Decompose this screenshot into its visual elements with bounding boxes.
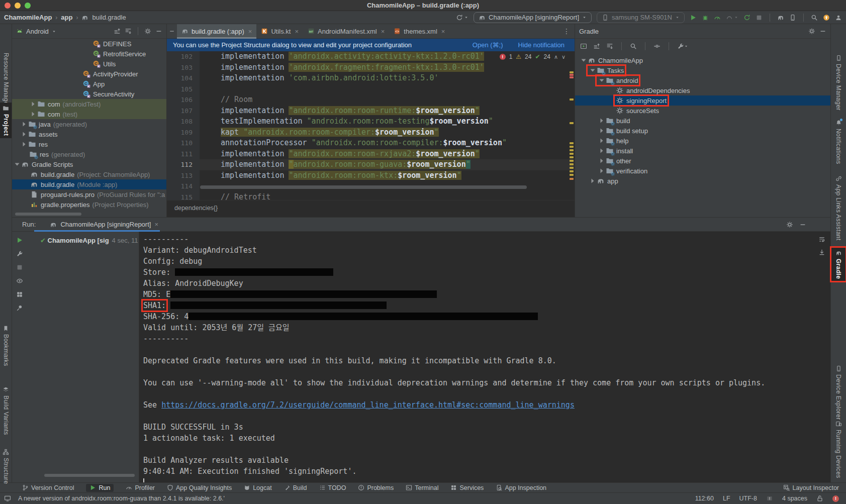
stripe-item-project[interactable]: Project — [0, 103, 12, 138]
stripe-item-app-links-assistant[interactable]: App Links Assistant — [831, 173, 846, 243]
code-line-115[interactable]: 115// Retrofit — [167, 192, 575, 200]
code-line-113[interactable]: 113implementation "androidx.room:room-kt… — [167, 170, 575, 181]
wrench-icon[interactable] — [16, 250, 23, 257]
stripe-item-build-variants[interactable]: Build Variants — [0, 384, 12, 438]
breadcrumb-project[interactable]: ChamomileApp — [4, 14, 52, 21]
line-ending[interactable]: LF — [723, 495, 730, 502]
chevron-right-icon[interactable] — [598, 147, 606, 155]
history-dropdown-button[interactable] — [456, 14, 468, 21]
gradle-task-androiddependencies[interactable]: androidDependencies — [575, 85, 830, 95]
gear-icon[interactable] — [786, 221, 793, 228]
rerun-debug-button[interactable] — [743, 14, 750, 21]
code-line-112[interactable]: 112implementation "androidx.room:room-gu… — [167, 159, 575, 170]
warning-stripe-mark[interactable] — [570, 170, 574, 172]
gradle-task-tasks[interactable]: Tasks — [575, 65, 830, 75]
stripe-item-structure[interactable]: Structure — [0, 446, 12, 486]
hide-tabs-icon[interactable] — [169, 28, 175, 34]
grid-icon[interactable] — [16, 291, 23, 298]
rerun-icon[interactable] — [16, 237, 23, 244]
stripe-item-device-explorer[interactable]: Device Explorer — [831, 363, 846, 423]
project-tree-item-app[interactable]: App — [12, 79, 166, 89]
gradle-task-sourcesets[interactable]: sourceSets — [575, 106, 830, 116]
breadcrumb-file[interactable]: build.gradle — [92, 14, 126, 21]
stripe-item-running-devices[interactable]: Running Devices — [831, 418, 846, 481]
project-tree-item-build-gradle[interactable]: build.gradle(Project: ChamomileApp) — [12, 169, 166, 179]
chevron-right-icon[interactable] — [20, 120, 28, 128]
run-configuration-select[interactable]: ChamomileApp [signingReport] — [474, 12, 592, 23]
inspection-widget[interactable]: ! 1 ⚠ 24 ✔ 24 ∧ ∨ — [498, 52, 568, 61]
chevron-right-icon[interactable] — [598, 127, 606, 135]
warning-stripe-mark[interactable] — [570, 156, 574, 158]
expand-all-icon[interactable] — [593, 43, 600, 50]
chevron-down-icon[interactable] — [13, 160, 21, 168]
gradle-settings-icon[interactable] — [677, 43, 688, 50]
warning-stripe-mark[interactable] — [570, 142, 574, 144]
chevron-down-icon[interactable] — [589, 66, 597, 74]
tool-window-button-profiler[interactable]: Profiler — [126, 484, 155, 491]
warning-stripe-mark[interactable] — [570, 174, 574, 176]
stripe-item-device-manager[interactable]: Device Manager — [831, 52, 846, 113]
gradle-task-build[interactable]: build — [575, 116, 830, 126]
banner-open-link[interactable]: Open (⌘;) — [473, 41, 503, 49]
profile-avatar-button[interactable] — [835, 14, 842, 21]
soft-wrap-icon[interactable] — [818, 236, 825, 243]
gear-icon[interactable] — [808, 28, 815, 35]
code-line-111[interactable]: 111implementation "androidx.room:room-rx… — [167, 149, 575, 160]
project-tree-item-build-gradle[interactable]: build.gradle(Module :app) — [12, 179, 166, 189]
indent-setting[interactable]: 4 spaces — [782, 495, 807, 502]
next-problem-icon[interactable]: ∨ — [561, 54, 566, 60]
warning-stripe-mark[interactable] — [570, 178, 574, 180]
tool-window-button-logcat[interactable]: Logcat — [244, 484, 272, 491]
tool-window-button-app-quality-insights[interactable]: App Quality Insights — [167, 484, 232, 491]
gradle-task-chamomileapp[interactable]: ChamomileApp — [575, 55, 830, 65]
tool-window-button-layout-inspector[interactable]: Layout Inspector — [783, 484, 846, 491]
project-tree-item-com[interactable]: com(test) — [12, 109, 166, 119]
stripe-item-notifications[interactable]: Notifications — [831, 117, 846, 167]
close-tab-icon[interactable]: × — [295, 28, 299, 35]
device-select[interactable]: samsung SM-S901N — [597, 12, 685, 23]
project-tree-item-utils[interactable]: Utils — [12, 59, 166, 69]
close-tab-icon[interactable]: × — [248, 28, 252, 35]
run-button[interactable] — [690, 14, 697, 21]
tool-window-button-version-control[interactable]: Version Control — [22, 484, 74, 491]
run-tree-item[interactable]: ChamomileApp [sig — [48, 237, 109, 244]
collapse-all-icon[interactable] — [125, 28, 132, 35]
gradle-task-signingreport[interactable]: signingReport — [575, 95, 830, 106]
project-tree-item-res[interactable]: res(generated) — [12, 149, 166, 159]
collapse-all-icon[interactable] — [606, 43, 613, 50]
warning-stripe-mark[interactable] — [570, 71, 574, 73]
stripe-item-gradle[interactable]: Gradle — [831, 247, 846, 281]
banner-hide-link[interactable]: Hide notification — [518, 41, 565, 49]
expand-all-icon[interactable] — [114, 28, 121, 35]
gradle-sync-button[interactable] — [777, 14, 784, 21]
tab-options-icon[interactable]: ⋮ — [559, 27, 575, 35]
editor-tab-utils-kt[interactable]: Utils.kt× — [256, 24, 303, 39]
tool-window-button-problems[interactable]: Problems — [358, 484, 394, 491]
project-tree-item-secureactivity[interactable]: SecureActivity — [12, 89, 166, 99]
project-tree-item-java[interactable]: java(generated) — [12, 119, 166, 129]
debug-button[interactable] — [702, 14, 709, 21]
project-tree-item-com[interactable]: com(androidTest) — [12, 99, 166, 109]
horizontal-scrollbar[interactable] — [44, 474, 135, 477]
tool-window-button-run[interactable]: Run — [86, 484, 114, 492]
warning-stripe-mark[interactable] — [570, 122, 574, 124]
close-tab-icon[interactable]: × — [381, 28, 385, 35]
gradle-task-other[interactable]: other — [575, 156, 830, 166]
chevron-down-icon[interactable] — [598, 76, 606, 84]
project-tree-item-defines[interactable]: DEFINES — [12, 39, 166, 49]
tool-window-button-app-inspection[interactable]: App Inspection — [496, 484, 546, 491]
gradle-task-verification[interactable]: verification — [575, 166, 830, 176]
stripe-item-bookmarks[interactable]: Bookmarks — [0, 323, 12, 369]
chevron-down-icon[interactable] — [580, 56, 588, 64]
search-everywhere-button[interactable] — [811, 14, 818, 21]
editor-breadcrumbs[interactable]: dependencies{} — [167, 200, 575, 217]
console-link[interactable]: https://docs.gradle.org/7.2/userguide/co… — [161, 400, 575, 410]
gradle-task-build-setup[interactable]: build setup — [575, 126, 830, 136]
stop-button[interactable] — [756, 14, 763, 21]
profile-button[interactable] — [714, 14, 721, 21]
error-stripe-mark[interactable] — [570, 74, 574, 76]
update-button[interactable] — [823, 14, 830, 21]
unlock-icon[interactable] — [816, 495, 823, 502]
project-tree-item-assets[interactable]: assets — [12, 129, 166, 139]
chevron-right-icon[interactable] — [29, 100, 37, 108]
